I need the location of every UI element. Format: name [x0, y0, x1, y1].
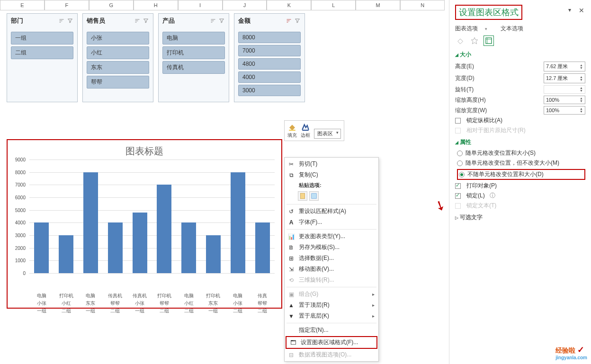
width-input[interactable]: 12.7 厘米▲▼: [544, 73, 585, 83]
col-K[interactable]: K: [267, 0, 311, 10]
menu-save-template[interactable]: 🗎另存为模板(S)...: [285, 242, 378, 253]
tab-text-options[interactable]: 文本选项: [501, 25, 523, 32]
bar[interactable]: [83, 172, 98, 273]
slicer-item[interactable]: 小张: [87, 32, 149, 44]
locked-checkbox[interactable]: [455, 193, 461, 199]
slicer-title: 部门: [11, 17, 56, 25]
effects-icon[interactable]: [469, 36, 480, 46]
chart-plot[interactable]: 0100020003000400050006000700080009000 电脑…: [12, 160, 277, 292]
bar[interactable]: [108, 222, 123, 273]
menu-copy[interactable]: ⧉复制(C): [285, 169, 378, 180]
slicer-item[interactable]: 7000: [238, 45, 301, 56]
slicer-item[interactable]: 8000: [238, 32, 301, 43]
menu-reset-style[interactable]: ↺重设以匹配样式(A): [285, 206, 378, 217]
clear-filter-icon[interactable]: [67, 18, 73, 24]
menu-font[interactable]: A字体(F)...: [285, 217, 378, 228]
paste-options: [285, 190, 378, 203]
col-L[interactable]: L: [311, 0, 356, 10]
col-E[interactable]: E: [0, 0, 45, 10]
paste-picture-icon[interactable]: [309, 191, 319, 201]
col-N[interactable]: N: [400, 0, 445, 10]
radio-move-size[interactable]: 随单元格改变位置和大小(S): [457, 149, 585, 157]
menu-move-chart[interactable]: ⇲移动图表(V)...: [285, 264, 378, 275]
format-area-icon: 🗔: [289, 339, 297, 346]
lock-ratio-checkbox[interactable]: [455, 118, 461, 124]
slicer-3[interactable]: 金额80007000480040003000: [234, 13, 305, 102]
col-M[interactable]: M: [356, 0, 400, 10]
fill-line-icon[interactable]: [455, 36, 466, 46]
scale-w-input[interactable]: 100%▲▼: [544, 106, 585, 115]
slicer-item[interactable]: 电脑: [162, 32, 225, 44]
menu-bring-front[interactable]: ▲置于顶层(R)▸: [285, 300, 378, 311]
bar[interactable]: [157, 185, 171, 273]
menu-3d-rotate: ⟲三维旋转(R)...: [285, 275, 378, 285]
slicer-item[interactable]: 东东: [87, 61, 149, 74]
menu-cut[interactable]: ✂剪切(T): [285, 159, 378, 169]
chart-area[interactable]: 图表标题 01000200030004000500060007000800090…: [7, 139, 282, 309]
bar[interactable]: [181, 222, 196, 273]
info-icon[interactable]: ⓘ: [490, 192, 495, 200]
height-input[interactable]: 7.62 厘米▲▼: [544, 62, 585, 71]
menu-assign-macro[interactable]: 指定宏(N)...: [285, 325, 378, 336]
slicer-item[interactable]: 3000: [238, 85, 301, 96]
slicer-item[interactable]: 帮帮: [87, 76, 149, 89]
menu-select-data[interactable]: ⊞选择数据(E)...: [285, 253, 378, 264]
menu-format-chart-area[interactable]: 🗔设置图表区域格式(F)...: [287, 337, 376, 348]
menu-send-back[interactable]: ▼置于底层(K)▸: [285, 311, 378, 321]
slicer-item[interactable]: 传真机: [162, 61, 225, 74]
bar[interactable]: [255, 222, 270, 273]
back-icon: ▼: [287, 312, 295, 320]
chart-title[interactable]: 图表标题: [8, 140, 281, 160]
pivot-icon: ⊟: [287, 351, 295, 359]
col-G[interactable]: G: [89, 0, 134, 10]
col-H[interactable]: H: [134, 0, 178, 10]
bar[interactable]: [59, 235, 73, 273]
fill-button[interactable]: 填充: [287, 123, 297, 139]
bar[interactable]: [34, 222, 49, 273]
slicer-1[interactable]: 销售员小张小红东东帮帮: [82, 13, 153, 102]
close-icon[interactable]: ✕: [579, 7, 584, 14]
section-properties[interactable]: 属性: [455, 138, 585, 146]
pane-dropdown-icon[interactable]: ▾: [568, 7, 571, 13]
radio-move-only[interactable]: 随单元格改变位置，但不改变大小(M): [457, 159, 585, 167]
slicer-item[interactable]: 一组: [11, 32, 73, 44]
menu-change-chart-type[interactable]: 📊更改图表类型(Y)...: [285, 231, 378, 242]
slicer-item[interactable]: 4800: [238, 58, 301, 70]
outline-button[interactable]: 边框: [301, 123, 310, 139]
slicer-item[interactable]: 4000: [238, 71, 301, 83]
bar[interactable]: [133, 213, 147, 273]
tab-chart-options[interactable]: 图表选项 ▾: [455, 25, 493, 32]
size-properties-icon[interactable]: [484, 36, 494, 46]
bar[interactable]: [231, 172, 245, 273]
sort-icon[interactable]: [58, 18, 65, 24]
col-I[interactable]: I: [178, 0, 223, 10]
clear-filter-icon[interactable]: [294, 18, 301, 24]
sort-icon[interactable]: [286, 18, 292, 24]
scale-h-input[interactable]: 100%▲▼: [544, 96, 585, 104]
clear-filter-icon[interactable]: [143, 18, 149, 24]
rotate-label: 旋转(T): [455, 86, 474, 94]
radio-no-move[interactable]: 不随单元格改变位置和大小(D): [457, 169, 585, 180]
slicer-0[interactable]: 部门一组二组: [7, 13, 78, 102]
print-label: 打印对象(P): [466, 182, 497, 190]
paste-keep-format-icon[interactable]: [298, 191, 307, 201]
col-J[interactable]: J: [223, 0, 267, 10]
col-F[interactable]: F: [45, 0, 89, 10]
sort-icon[interactable]: [210, 18, 216, 24]
clear-filter-icon[interactable]: [218, 18, 225, 24]
chart-element-select[interactable]: 图表区: [314, 129, 341, 139]
slicer-item[interactable]: 小红: [87, 46, 149, 59]
mini-toolbar: 填充 边框 图表区: [284, 120, 344, 141]
bar[interactable]: [206, 235, 221, 273]
x-label: 传真机小张一组: [127, 292, 152, 315]
svg-rect-1: [302, 130, 309, 131]
slicer-item[interactable]: 二组: [11, 46, 73, 59]
x-label: 打印机东东一组: [201, 292, 226, 315]
print-checkbox[interactable]: [455, 183, 461, 189]
slicer-2[interactable]: 产品电脑打印机传真机: [158, 13, 229, 102]
section-alt-text[interactable]: 可选文字: [455, 213, 585, 222]
rel-orig-label: 相对于图片原始尺寸(R): [466, 126, 526, 134]
section-size[interactable]: 大小: [455, 51, 585, 59]
sort-icon[interactable]: [134, 18, 141, 24]
slicer-item[interactable]: 打印机: [162, 46, 225, 59]
